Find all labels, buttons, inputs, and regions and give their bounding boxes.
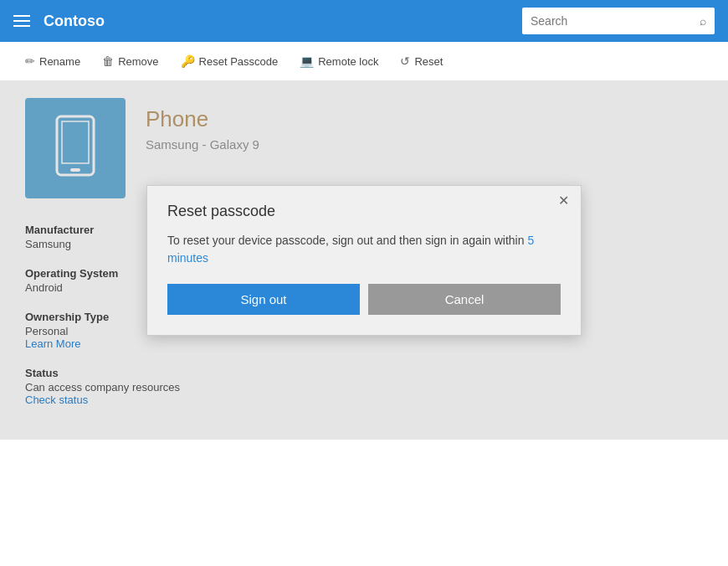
modal-overlay: ✕ Reset passcode To reset your device pa… — [0, 81, 728, 440]
trash-icon: 🗑 — [102, 54, 114, 68]
modal-title: Reset passcode — [167, 203, 561, 220]
reset-passcode-modal: ✕ Reset passcode To reset your device pa… — [146, 185, 582, 336]
rename-icon: ✏ — [25, 54, 35, 68]
reset-passcode-label: Reset Passcode — [199, 55, 279, 68]
action-toolbar: ✏ Rename 🗑 Remove 🔑 Reset Passcode 💻 Rem… — [0, 42, 728, 81]
remote-lock-icon: 💻 — [300, 54, 314, 68]
remove-button[interactable]: 🗑 Remove — [94, 50, 167, 72]
menu-button[interactable] — [13, 15, 30, 27]
modal-body-prefix: To reset your device passcode, sign out … — [167, 234, 527, 247]
rename-button[interactable]: ✏ Rename — [17, 50, 89, 72]
app-header: Contoso ⌕ — [0, 0, 728, 42]
modal-close-button[interactable]: ✕ — [558, 194, 569, 208]
remote-lock-label: Remote lock — [318, 55, 378, 68]
reset-button[interactable]: ↺ Reset — [392, 50, 451, 72]
reset-passcode-button[interactable]: 🔑 Reset Passcode — [172, 50, 287, 72]
search-icon: ⌕ — [700, 14, 706, 28]
main-content: Phone Samsung - Galaxy 9 Manufacturer Sa… — [0, 81, 728, 440]
cancel-button[interactable]: Cancel — [368, 284, 561, 315]
sign-out-button[interactable]: Sign out — [167, 284, 360, 315]
remove-label: Remove — [118, 55, 158, 68]
passcode-icon: 🔑 — [181, 54, 195, 68]
modal-body: To reset your device passcode, sign out … — [167, 232, 561, 267]
app-title: Contoso — [44, 13, 509, 30]
reset-label: Reset — [414, 55, 443, 68]
remote-lock-button[interactable]: 💻 Remote lock — [291, 50, 387, 72]
modal-buttons: Sign out Cancel — [167, 284, 561, 315]
search-input[interactable] — [531, 14, 700, 28]
rename-label: Rename — [39, 55, 80, 68]
reset-icon: ↺ — [400, 54, 410, 68]
search-box: ⌕ — [522, 8, 715, 34]
